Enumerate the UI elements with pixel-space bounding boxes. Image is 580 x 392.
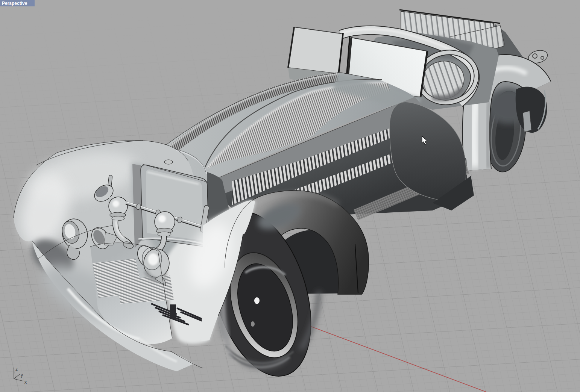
svg-text:z: z xyxy=(15,366,18,372)
svg-text:y: y xyxy=(21,372,23,378)
svg-text:x: x xyxy=(24,380,27,385)
svg-text:Perspective: Perspective xyxy=(2,1,27,6)
